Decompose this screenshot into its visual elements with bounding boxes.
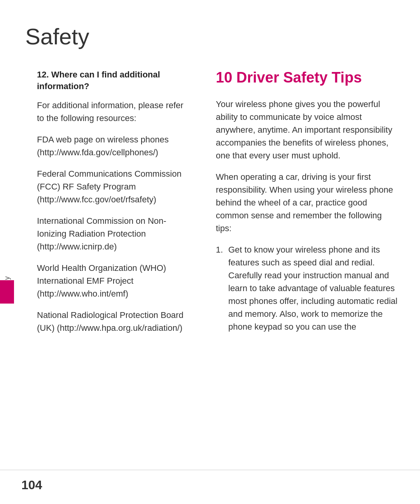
resource-item-5: National Radiological Protection Board (… <box>37 309 192 334</box>
right-column: 10 Driver Safety Tips Your wireless phon… <box>208 69 399 446</box>
tip-text-1: Get to know your wireless phone and its … <box>228 243 399 333</box>
page-number: 104 <box>21 478 42 492</box>
main-content: Safety 12. Where can I find additional i… <box>0 0 420 470</box>
right-para-1: Your wireless phone gives you the powerf… <box>216 98 399 162</box>
left-column: 12. Where can I find additional informat… <box>21 69 192 446</box>
question-heading: 12. Where can I find additional informat… <box>37 69 192 92</box>
resource-item-4: World Health Organization (WHO) Internat… <box>37 262 192 300</box>
page-title: Safety <box>21 23 399 49</box>
right-para-2: When operating a car, driving is your fi… <box>216 170 399 235</box>
resource-item-1: FDA web page on wireless phones (http://… <box>37 133 192 159</box>
driver-safety-heading: 10 Driver Safety Tips <box>216 69 399 87</box>
footer: 104 <box>0 470 420 504</box>
page: Safety Safety 12. Where can I find addit… <box>0 0 420 504</box>
columns: 12. Where can I find additional informat… <box>21 69 399 446</box>
tip-item-1: 1. Get to know your wireless phone and i… <box>216 243 399 333</box>
resource-item-2: Federal Communications Commission (FCC) … <box>37 167 192 206</box>
side-tab-bar <box>0 280 14 304</box>
tip-number-1: 1. <box>216 243 225 333</box>
intro-text: For additional information, please refer… <box>37 99 192 125</box>
resource-item-3: International Commission on Non-Ionizing… <box>37 214 192 253</box>
